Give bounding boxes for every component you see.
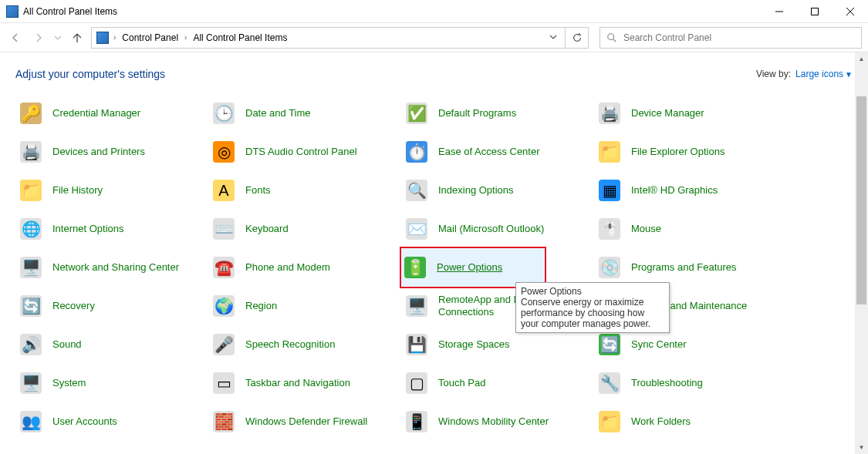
- titlebar: All Control Panel Items: [0, 0, 868, 23]
- cp-item-phone[interactable]: ☎️Phone and Modem: [208, 248, 401, 287]
- cp-item-firewall[interactable]: 🧱Windows Defender Firewall: [208, 402, 401, 441]
- tooltip-title: Power Options: [521, 286, 664, 297]
- scroll-up-button[interactable]: ▲: [855, 52, 868, 66]
- fonts-icon: A: [211, 178, 236, 203]
- cp-item-label: Touch Pad: [438, 377, 485, 389]
- cp-item-label: Fonts: [245, 184, 271, 197]
- cp-item-mouse[interactable]: 🖱️Mouse: [594, 210, 787, 248]
- navbar: › Control Panel › All Control Panel Item…: [0, 23, 868, 52]
- taskbar-icon: ▭: [211, 371, 236, 395]
- cp-item-label: System: [52, 377, 86, 389]
- back-button[interactable]: [6, 29, 25, 47]
- cp-item-workfolders[interactable]: 📁Work Folders: [594, 402, 787, 441]
- firewall-icon: 🧱: [211, 409, 236, 434]
- default-programs-icon: ✅: [404, 101, 429, 126]
- cp-item-system[interactable]: 🖥️System: [15, 364, 208, 402]
- scroll-thumb[interactable]: [856, 96, 866, 304]
- cp-item-recovery[interactable]: 🔄Recovery: [15, 287, 208, 325]
- cp-item-device-manager[interactable]: 🖨️Device Manager: [594, 94, 787, 133]
- viewby-value[interactable]: Large icons: [795, 69, 843, 79]
- address-dropdown[interactable]: [546, 32, 560, 43]
- content-header: Adjust your computer's settings View by:…: [0, 52, 868, 86]
- cp-item-ease-access[interactable]: ⏱️Ease of Access Center: [401, 133, 594, 171]
- cp-item-datetime[interactable]: 🕒Date and Time: [208, 94, 401, 133]
- address-bar[interactable]: › Control Panel › All Control Panel Item…: [91, 27, 566, 49]
- scroll-down-button[interactable]: ▼: [855, 441, 868, 454]
- cp-item-label: Sync Center: [631, 338, 687, 351]
- ease-access-icon: ⏱️: [404, 140, 429, 164]
- mouse-icon: 🖱️: [597, 217, 622, 241]
- recent-dropdown[interactable]: [52, 29, 63, 47]
- forward-button[interactable]: [29, 29, 48, 47]
- indexing-icon: 🔍: [404, 178, 429, 203]
- cp-item-indexing[interactable]: 🔍Indexing Options: [401, 171, 594, 210]
- cp-item-label: Power Options: [437, 261, 502, 274]
- cp-item-label: Mouse: [631, 223, 661, 235]
- cp-item-default-programs[interactable]: ✅Default Programs: [401, 94, 594, 133]
- scroll-track[interactable]: [855, 66, 868, 441]
- svg-line-5: [613, 39, 616, 42]
- cp-item-region[interactable]: 🌍Region: [208, 287, 401, 325]
- cp-item-label: Default Programs: [438, 107, 516, 119]
- cp-item-label: Network and Sharing Center: [52, 261, 179, 274]
- maximize-button[interactable]: [797, 0, 833, 23]
- cp-item-label: Date and Time: [245, 107, 311, 119]
- cp-item-label: Device Manager: [631, 107, 704, 119]
- cp-item-label: File History: [52, 184, 103, 197]
- tooltip-body: Conserve energy or maximize performance …: [521, 297, 664, 329]
- cp-item-label: Internet Options: [52, 223, 124, 235]
- recovery-icon: 🔄: [19, 294, 43, 318]
- chevron-down-icon[interactable]: ▼: [845, 70, 853, 79]
- cp-item-keyboard[interactable]: ⌨️Keyboard: [208, 210, 401, 248]
- cp-item-programs[interactable]: 💿Programs and Features: [594, 248, 787, 287]
- cp-item-dts[interactable]: ◎DTS Audio Control Panel: [208, 133, 401, 171]
- cp-item-user-accounts[interactable]: 👥User Accounts: [15, 402, 208, 441]
- datetime-icon: 🕒: [211, 101, 236, 126]
- svg-point-4: [608, 33, 614, 39]
- cp-item-taskbar[interactable]: ▭Taskbar and Navigation: [208, 364, 401, 402]
- cp-item-mail[interactable]: ✉️Mail (Microsoft Outlook): [401, 210, 594, 248]
- cp-item-file-explorer[interactable]: 📁File Explorer Options: [594, 133, 787, 171]
- cp-item-speech[interactable]: 🎤Speech Recognition: [208, 325, 401, 364]
- cp-item-internet[interactable]: 🌐Internet Options: [15, 210, 208, 248]
- close-button[interactable]: [833, 0, 868, 23]
- cp-item-label: Keyboard: [245, 223, 289, 235]
- vertical-scrollbar[interactable]: ▲ ▼: [855, 52, 868, 454]
- cp-item-label: Sound: [52, 338, 82, 351]
- search-input[interactable]: [622, 32, 855, 44]
- search-box[interactable]: [599, 27, 862, 49]
- up-button[interactable]: [68, 29, 86, 47]
- cp-item-label: Storage Spaces: [438, 338, 510, 351]
- user-accounts-icon: 👥: [19, 409, 43, 434]
- tooltip: Power Options Conserve energy or maximiz…: [515, 282, 670, 333]
- cp-item-credential[interactable]: 🔑Credential Manager: [15, 94, 208, 133]
- credential-icon: 🔑: [19, 101, 43, 126]
- touchpad-icon: ▢: [404, 371, 429, 395]
- network-icon: 🖥️: [19, 255, 43, 280]
- refresh-button[interactable]: [566, 27, 589, 49]
- cp-item-network[interactable]: 🖥️Network and Sharing Center: [15, 248, 208, 287]
- troubleshooting-icon: 🔧: [597, 371, 622, 395]
- cp-item-label: Taskbar and Navigation: [245, 377, 350, 389]
- system-icon: 🖥️: [19, 371, 43, 395]
- control-panel-grid: 🔑Credential Manager🕒Date and Time✅Defaul…: [15, 94, 868, 441]
- cp-item-label: Ease of Access Center: [438, 146, 540, 158]
- intel-icon: ▦: [597, 178, 622, 203]
- cp-item-touchpad[interactable]: ▢Touch Pad: [401, 364, 594, 402]
- control-panel-grid-wrap: 🔑Credential Manager🕒Date and Time✅Defaul…: [0, 86, 868, 449]
- app-icon: [6, 5, 19, 18]
- window-title: All Control Panel Items: [23, 6, 117, 17]
- minimize-button[interactable]: [762, 0, 797, 23]
- cp-item-devices-printers[interactable]: 🖨️Devices and Printers: [15, 133, 208, 171]
- cp-item-fonts[interactable]: AFonts: [208, 171, 401, 210]
- cp-item-troubleshooting[interactable]: 🔧Troubleshooting: [594, 364, 787, 402]
- cp-item-intel[interactable]: ▦Intel® HD Graphics: [594, 171, 787, 210]
- programs-icon: 💿: [597, 255, 622, 280]
- page-heading: Adjust your computer's settings: [15, 68, 165, 80]
- cp-item-label: User Accounts: [52, 415, 117, 428]
- cp-item-sound[interactable]: 🔊Sound: [15, 325, 208, 364]
- cp-item-file-history[interactable]: 📁File History: [15, 171, 208, 210]
- cp-item-mobility[interactable]: 📱Windows Mobility Center: [401, 402, 594, 441]
- breadcrumb-2[interactable]: All Control Panel Items: [191, 32, 289, 43]
- breadcrumb-1[interactable]: Control Panel: [120, 32, 180, 43]
